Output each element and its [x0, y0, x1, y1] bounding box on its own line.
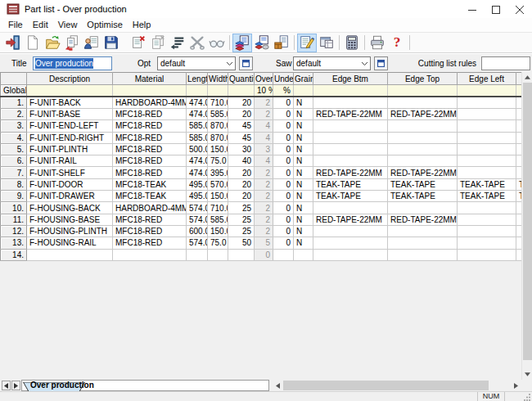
cell-edge_top[interactable] [388, 202, 458, 214]
cell-material[interactable]: MFC18-RED [113, 109, 187, 120]
cell-over[interactable]: 2 [255, 167, 273, 178]
vertical-scrollbar-thumb[interactable] [523, 83, 532, 360]
cell-quantity[interactable]: 20 [228, 178, 255, 190]
cell-edge_left[interactable] [458, 97, 516, 109]
maximize-button[interactable] [484, 1, 507, 18]
cell-edge_top[interactable] [388, 225, 458, 237]
close-button[interactable] [507, 1, 531, 18]
cell-edge_btm[interactable]: RED-TAPE-22MM [313, 214, 388, 225]
cell-under[interactable]: 0 [273, 143, 294, 155]
cell-edge_left[interactable] [458, 132, 516, 143]
saw-browse-button[interactable] [374, 56, 388, 70]
cell-edge_left[interactable] [458, 155, 516, 167]
cell-quantity[interactable] [228, 249, 255, 260]
cell-over[interactable]: 2 [255, 191, 273, 202]
toolbar-button-machining-editor[interactable] [317, 34, 336, 52]
column-header-quantity[interactable]: Quantity [228, 73, 255, 85]
cell-edge_btm[interactable]: TEAK-TAPE [313, 191, 388, 202]
global-cell-length[interactable] [187, 85, 208, 97]
cell-under[interactable]: 0 [273, 178, 294, 190]
cell-under[interactable]: 0 [273, 225, 294, 237]
cell-description[interactable]: F-HOUSING-RAIL [27, 237, 113, 249]
cell-material[interactable] [113, 249, 187, 260]
cell-material[interactable]: HARDBOARD-4MM [113, 97, 187, 109]
cell-edge_top[interactable] [388, 249, 458, 260]
menu-view[interactable]: View [53, 18, 83, 32]
cell-grain[interactable]: N [294, 143, 313, 155]
cutting-list-rules-input[interactable] [481, 56, 530, 70]
cell-edge_top[interactable]: RED-TAPE-22MM [388, 167, 458, 178]
toolbar-button-optimise[interactable] [232, 34, 252, 52]
cell-under[interactable]: 0 [273, 155, 294, 167]
cell-material[interactable]: MFC18-RED [113, 120, 187, 132]
column-header-edge_left[interactable]: Edge Left [458, 73, 516, 85]
cell-length[interactable]: 495.0 [187, 178, 208, 190]
row-header[interactable]: 12. [1, 225, 27, 237]
cell-grain[interactable]: N [294, 132, 313, 143]
cell-over[interactable]: 0 [255, 249, 273, 260]
cell-quantity[interactable]: 45 [228, 132, 255, 143]
minimize-button[interactable] [460, 1, 484, 18]
row-header[interactable]: 9. [1, 191, 27, 202]
cell-edge_btm[interactable] [313, 202, 388, 214]
cell-edge_top[interactable]: TEAK-TAPE [388, 191, 458, 202]
toolbar-button-help[interactable]: ? [387, 34, 407, 52]
cell-edge_top[interactable] [388, 143, 458, 155]
scroll-right-button[interactable] [511, 380, 521, 391]
cell-grain[interactable]: N [294, 155, 313, 167]
cell-edge_btm[interactable] [313, 97, 388, 109]
toolbar-button-open[interactable] [43, 34, 62, 52]
toolbar-button-cut[interactable] [187, 34, 207, 52]
cell-width[interactable] [208, 249, 228, 260]
cell-grain[interactable]: N [294, 178, 313, 190]
scroll-up-button[interactable] [522, 72, 532, 83]
cell-length[interactable]: 600.0 [187, 225, 208, 237]
row-header-global[interactable]: Global [1, 85, 27, 97]
global-cell-edge_btm[interactable] [313, 85, 388, 97]
cell-description[interactable]: F-UNIT-END-RIGHT [27, 132, 113, 143]
cell-length[interactable]: 495.0 [187, 191, 208, 202]
global-cell-edge_top[interactable] [388, 85, 458, 97]
cell-quantity[interactable]: 20 [228, 109, 255, 120]
cell-grain[interactable]: N [294, 202, 313, 214]
cell-length[interactable]: 574.0 [187, 214, 208, 225]
cell-edge_btm[interactable] [313, 120, 388, 132]
row-header[interactable]: 8. [1, 178, 27, 190]
toolbar-button-calculator[interactable] [342, 34, 362, 52]
cell-width[interactable]: 395.0 [208, 167, 228, 178]
cell-width[interactable]: 150.0 [208, 143, 228, 155]
cell-width[interactable]: 75.0 [208, 237, 228, 249]
column-header-over[interactable]: Over [255, 73, 273, 85]
column-header-material[interactable]: Material [113, 73, 187, 85]
cell-over[interactable]: 2 [255, 178, 273, 190]
toolbar-button-save[interactable] [101, 34, 121, 52]
cell-over[interactable]: 4 [255, 132, 273, 143]
cell-description[interactable]: F-HOUSING-BACK [27, 202, 113, 214]
cell-width[interactable]: 870.0 [208, 120, 228, 132]
cell-under[interactable]: 0 [273, 109, 294, 120]
cell-description[interactable]: F-UNIT-PLINTH [27, 143, 113, 155]
cell-over[interactable]: 2 [255, 202, 273, 214]
cell-quantity[interactable]: 50 [228, 237, 255, 249]
cell-length[interactable]: 474.0 [187, 109, 208, 120]
column-header-width[interactable]: Width [208, 73, 228, 85]
toolbar-button-optimise-preview[interactable] [252, 34, 272, 52]
row-header[interactable]: 10. [1, 202, 27, 214]
corner-header[interactable] [1, 73, 27, 85]
column-header-grain[interactable]: Grain [294, 73, 313, 85]
cell-edge_left[interactable] [458, 214, 516, 225]
global-cell-quantity[interactable] [228, 85, 255, 97]
row-header[interactable]: 7. [1, 167, 27, 178]
cell-edge_left[interactable] [458, 109, 516, 120]
cell-edge_left[interactable] [458, 202, 516, 214]
cell-edge_top[interactable] [388, 237, 458, 249]
vertical-scrollbar[interactable] [521, 72, 532, 380]
cell-edge_btm[interactable] [313, 237, 388, 249]
cell-over[interactable]: 2 [255, 97, 273, 109]
toolbar-button-duplicate-line[interactable] [148, 34, 168, 52]
cell-edge_left[interactable] [458, 249, 516, 260]
cell-material[interactable]: MFC18-TEAK [113, 178, 187, 190]
cell-grain[interactable] [294, 249, 313, 260]
cell-edge_top[interactable] [388, 132, 458, 143]
global-cell-width[interactable] [208, 85, 228, 97]
